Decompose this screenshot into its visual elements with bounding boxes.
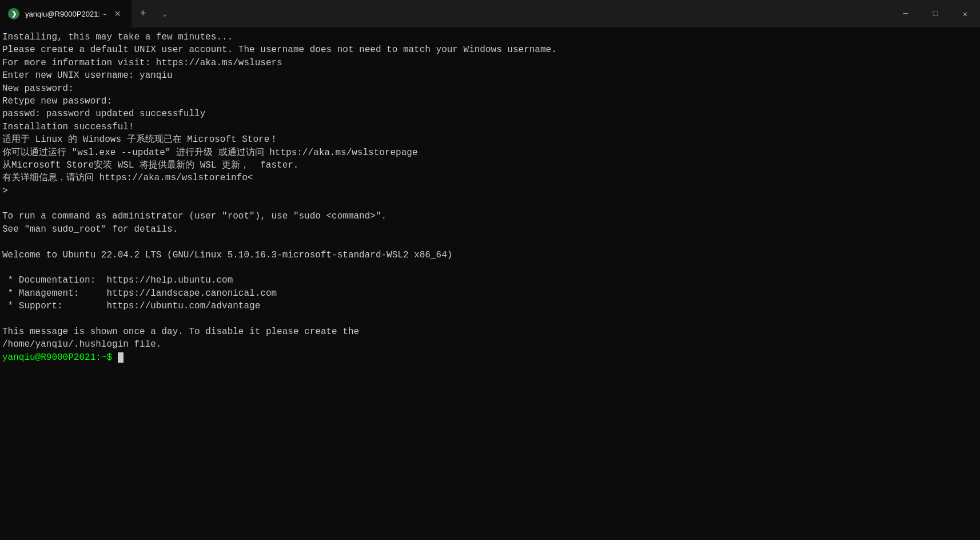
minimize-button[interactable]: ─ xyxy=(891,0,921,27)
terminal-line: Installation successful! xyxy=(2,121,978,133)
prompt-text: yanqiu@R9000P2021:~$ xyxy=(2,352,118,363)
terminal-prompt-line: yanqiu@R9000P2021:~$ xyxy=(2,351,978,364)
close-icon: ✕ xyxy=(963,9,967,19)
maximize-icon: □ xyxy=(933,9,938,18)
window-controls: ─ □ ✕ xyxy=(891,0,980,27)
cursor xyxy=(118,352,124,363)
terminal-line: * Documentation: https://help.ubuntu.com xyxy=(2,274,978,287)
new-tab-button[interactable]: + xyxy=(132,0,154,27)
tab-icon: ❯ xyxy=(8,8,19,19)
close-button[interactable]: ✕ xyxy=(950,0,980,27)
terminal-body[interactable]: Installing, this may take a few minutes.… xyxy=(0,27,980,540)
terminal-line: Retype new password: xyxy=(2,95,978,108)
titlebar: ❯ yanqiu@R9000P2021: ~ ✕ + ⌄ ─ □ ✕ xyxy=(0,0,980,27)
terminal-line: Welcome to Ubuntu 22.04.2 LTS (GNU/Linux… xyxy=(2,249,978,261)
terminal-line: * Management: https://landscape.canonica… xyxy=(2,287,978,300)
terminal-tab[interactable]: ❯ yanqiu@R9000P2021: ~ ✕ xyxy=(0,0,132,27)
terminal-line: To run a command as administrator (user … xyxy=(2,210,978,223)
terminal-line: 适用于 Linux 的 Windows 子系统现已在 Microsoft Sto… xyxy=(2,133,978,146)
terminal-line: passwd: password updated successfully xyxy=(2,108,978,120)
terminal-line: For more information visit: https://aka.… xyxy=(2,57,978,69)
tab-title: yanqiu@R9000P2021: ~ xyxy=(25,10,106,18)
terminal-line: > xyxy=(2,185,978,197)
tab-area: ❯ yanqiu@R9000P2021: ~ ✕ + ⌄ xyxy=(0,0,891,27)
terminal-line: This message is shown once a day. To dis… xyxy=(2,325,978,338)
tab-icon-symbol: ❯ xyxy=(11,10,17,18)
tab-dropdown-button[interactable]: ⌄ xyxy=(154,0,175,27)
terminal-line: /home/yanqiu/.hushlogin file. xyxy=(2,338,978,351)
terminal-line: See "man sudo_root" for details. xyxy=(2,223,978,236)
terminal-window: ❯ yanqiu@R9000P2021: ~ ✕ + ⌄ ─ □ ✕ Insta… xyxy=(0,0,980,540)
terminal-line: 从Microsoft Store安装 WSL 将提供最新的 WSL 更新， fa… xyxy=(2,159,978,172)
terminal-line: New password: xyxy=(2,82,978,95)
terminal-line: Please create a default UNIX user accoun… xyxy=(2,43,978,56)
tab-close-button[interactable]: ✕ xyxy=(112,8,124,19)
minimize-icon: ─ xyxy=(903,9,908,18)
terminal-line: * Support: https://ubuntu.com/advantage xyxy=(2,300,978,312)
maximize-button[interactable]: □ xyxy=(921,0,950,27)
terminal-line: Installing, this may take a few minutes.… xyxy=(2,31,978,43)
terminal-line: Enter new UNIX username: yanqiu xyxy=(2,69,978,82)
terminal-line: 有关详细信息，请访问 https://aka.ms/wslstoreinfo< xyxy=(2,172,978,184)
terminal-line: 你可以通过运行 "wsl.exe --update" 进行升级 或通过访问 ht… xyxy=(2,146,978,159)
